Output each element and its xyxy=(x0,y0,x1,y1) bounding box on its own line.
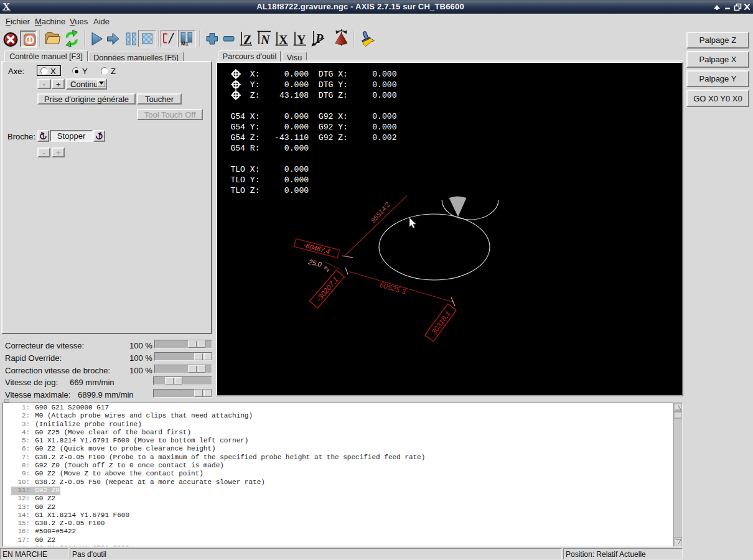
svg-text:M1: M1 xyxy=(181,40,189,47)
svg-text:N: N xyxy=(260,33,271,47)
svg-text:95514.2: 95514.2 xyxy=(369,201,391,225)
svg-text:Y: Y xyxy=(297,33,306,47)
svg-text:25.0: 25.0 xyxy=(307,258,324,268)
svg-text:X: X xyxy=(279,33,288,47)
svg-text:2: 2 xyxy=(322,265,330,273)
svg-text:-60467.4: -60467.4 xyxy=(302,241,330,255)
svg-text:60525.3: 60525.3 xyxy=(378,280,407,296)
svg-text:Z: Z xyxy=(243,33,251,47)
svg-text:-30207.1: -30207.1 xyxy=(314,275,340,303)
